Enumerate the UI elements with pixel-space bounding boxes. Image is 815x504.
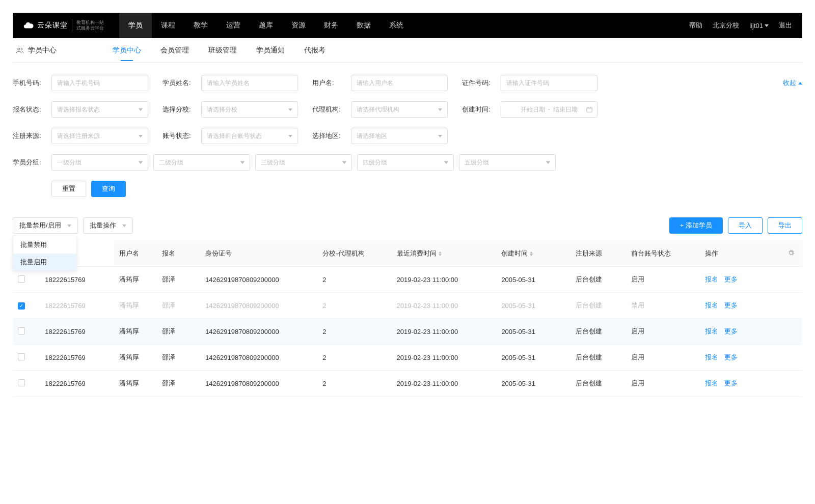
phone-input[interactable] [51, 75, 148, 91]
cell-last-spend: 2019-02-23 11:00:00 [392, 345, 497, 371]
search-button[interactable]: 查询 [91, 181, 126, 197]
subnav-tab-2[interactable]: 班级管理 [208, 40, 237, 61]
cell-source: 后台创建 [570, 267, 626, 293]
filter-label-agency: 代理机构: [312, 105, 348, 114]
col-username[interactable]: 用户名 [114, 241, 157, 267]
row-action-more[interactable]: 更多 [724, 327, 738, 336]
created-daterange[interactable]: 开始日期 - 结束日期 [501, 101, 597, 118]
nav-item-8[interactable]: 系统 [380, 13, 413, 38]
group-select-3[interactable]: 三级分组 [255, 154, 352, 171]
enroll-status-select[interactable]: 请选择报名状态 [51, 101, 148, 118]
cell-created: 2005-05-31 [496, 293, 570, 319]
row-action-enroll[interactable]: 报名 [705, 353, 718, 362]
table-settings[interactable] [780, 241, 802, 267]
cloud-icon [23, 20, 34, 31]
cell-enroll: 邵泽 [157, 371, 200, 397]
nav-item-4[interactable]: 题库 [250, 13, 282, 38]
group-select-2[interactable]: 二级分组 [153, 154, 250, 171]
nav-item-0[interactable]: 学员 [119, 13, 152, 38]
row-action-enroll[interactable]: 报名 [705, 327, 718, 336]
row-checkbox[interactable] [18, 379, 25, 386]
row-action-more[interactable]: 更多 [724, 379, 738, 388]
nav-item-5[interactable]: 资源 [282, 13, 315, 38]
cell-username: 潘筠厚 [114, 345, 157, 371]
nav-item-7[interactable]: 数据 [347, 13, 380, 38]
acct-status-select[interactable]: 请选择前台账号状态 [201, 128, 298, 144]
branch-link[interactable]: 北京分校 [713, 21, 739, 30]
reg-source-select[interactable]: 请选择注册来源 [51, 128, 148, 144]
group-select-1[interactable]: 一级分组 [51, 154, 148, 171]
row-checkbox[interactable] [18, 327, 25, 334]
col-acct-status[interactable]: 前台账号状态 [626, 241, 700, 267]
agency-select[interactable]: 请选择代理机构 [351, 101, 448, 118]
export-button[interactable]: 导出 [768, 217, 802, 234]
col-enroll[interactable]: 报名 [157, 241, 200, 267]
name-input[interactable] [201, 75, 298, 91]
col-created[interactable]: 创建时间 [496, 241, 570, 267]
cell-source: 后台创建 [570, 293, 626, 319]
row-checkbox[interactable] [18, 353, 25, 360]
col-last-spend[interactable]: 最近消费时间 [392, 241, 497, 267]
import-button[interactable]: 导入 [728, 217, 763, 234]
subnav-tab-3[interactable]: 学员通知 [256, 40, 285, 61]
reset-button[interactable]: 重置 [51, 181, 86, 197]
cell-acct-status: 启用 [626, 345, 700, 371]
cell-phone: 18222615769 [40, 293, 114, 319]
help-link[interactable]: 帮助 [689, 21, 702, 30]
batch-ops-dropdown[interactable]: 批量操作 [83, 217, 133, 234]
add-student-button[interactable]: + 添加学员 [669, 217, 723, 234]
row-action-more[interactable]: 更多 [724, 301, 738, 310]
group-select-5[interactable]: 五级分组 [459, 154, 556, 171]
cell-acct-status: 启用 [626, 319, 700, 345]
cell-phone: 18222615769 [40, 319, 114, 345]
nav-item-6[interactable]: 财务 [315, 13, 347, 38]
collapse-toggle[interactable]: 收起 [783, 78, 802, 88]
cell-acct-status: 启用 [626, 371, 700, 397]
cell-enroll: 邵泽 [157, 293, 200, 319]
cell-idcard: 14262919870809200000 [200, 293, 317, 319]
chevron-down-icon [438, 135, 442, 137]
row-checkbox[interactable]: ✓ [18, 302, 25, 310]
row-action-enroll[interactable]: 报名 [705, 379, 718, 388]
group-select-4[interactable]: 四级分组 [357, 154, 454, 171]
sort-icon [439, 251, 442, 256]
breadcrumb: 学员中心 [16, 46, 57, 55]
idno-input[interactable] [501, 75, 597, 91]
row-action-enroll[interactable]: 报名 [705, 275, 718, 284]
chevron-down-icon [240, 161, 244, 164]
subnav-tab-1[interactable]: 会员管理 [160, 40, 189, 61]
batch-option-0[interactable]: 批量禁用 [13, 236, 76, 254]
col-idcard[interactable]: 身份证号 [200, 241, 317, 267]
logout-link[interactable]: 退出 [779, 21, 792, 30]
col-branch-agency[interactable]: 分校-代理机构 [317, 241, 391, 267]
chevron-down-icon [139, 108, 143, 111]
brand-name: 云朵课堂 [37, 21, 68, 30]
cell-created: 2005-05-31 [496, 371, 570, 397]
col-source[interactable]: 注册来源 [570, 241, 626, 267]
cell-username: 潘筠厚 [114, 293, 157, 319]
cell-created: 2005-05-31 [496, 345, 570, 371]
cell-enroll: 邵泽 [157, 319, 200, 345]
calendar-icon [586, 106, 593, 113]
nav-item-1[interactable]: 课程 [152, 13, 184, 38]
branch-select[interactable]: 请选择分校 [201, 101, 298, 118]
table-row: ✓18222615769潘筠厚邵泽14262919870809200000220… [13, 293, 802, 319]
batch-option-1[interactable]: 批量启用 [13, 254, 76, 271]
row-action-more[interactable]: 更多 [724, 275, 738, 284]
region-select[interactable]: 请选择地区 [351, 128, 448, 144]
nav-item-2[interactable]: 教学 [184, 13, 217, 38]
cell-idcard: 14262919870809200000 [200, 267, 317, 293]
row-checkbox[interactable] [18, 275, 25, 283]
row-action-enroll[interactable]: 报名 [705, 301, 718, 310]
subnav-tab-4[interactable]: 代报考 [304, 40, 325, 61]
subnav-tab-0[interactable]: 学员中心 [113, 40, 141, 61]
user-menu[interactable]: lijt01 [749, 22, 769, 30]
nav-item-3[interactable]: 运营 [217, 13, 250, 38]
chevron-down-icon [139, 161, 143, 164]
username-input[interactable] [351, 75, 448, 91]
filter-label-region: 选择地区: [312, 131, 348, 141]
batch-toggle-dropdown[interactable]: 批量禁用/启用 [13, 217, 78, 234]
sub-nav-tabs: 学员中心会员管理班级管理学员通知代报考 [113, 40, 325, 61]
row-action-more[interactable]: 更多 [724, 353, 738, 362]
chevron-down-icon [444, 161, 448, 164]
